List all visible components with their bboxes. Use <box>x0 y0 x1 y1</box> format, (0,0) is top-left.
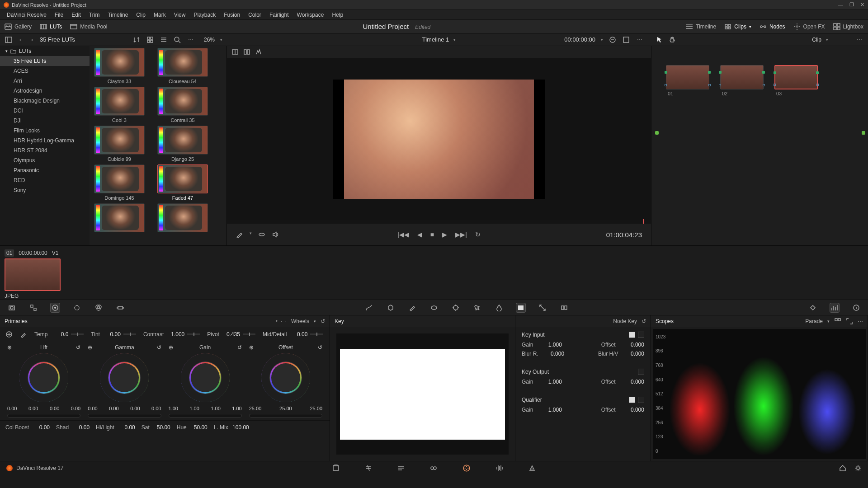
viewer-viewport[interactable] <box>227 58 651 220</box>
lut-thumbnail[interactable]: Clouseau 54 <box>156 48 210 84</box>
color-match-icon[interactable] <box>29 303 38 312</box>
list-view-icon[interactable] <box>160 36 168 44</box>
menu-color[interactable]: Color <box>244 12 265 18</box>
lut-thumbnail[interactable] <box>156 203 210 234</box>
adjust-shad[interactable]: Shad0.00 <box>56 424 90 431</box>
picker-icon[interactable] <box>20 331 27 338</box>
lut-thumbnail[interactable] <box>92 203 146 234</box>
lut-tree-item[interactable]: DJI <box>0 116 90 126</box>
window-maximize-button[interactable]: ❐ <box>849 2 854 8</box>
source-timecode[interactable]: 00:00:00:00 <box>564 36 595 43</box>
reset-icon[interactable]: ↺ <box>318 344 322 351</box>
reset-icon[interactable]: ↺ <box>321 318 325 324</box>
menu-view[interactable]: View <box>170 12 190 18</box>
timeline-name[interactable]: Timeline 1 <box>422 36 449 43</box>
adjust-hilight[interactable]: Hi/Light0.00 <box>96 424 135 431</box>
back-arrow-icon[interactable]: ‹ <box>16 36 24 44</box>
window-icon[interactable] <box>429 303 439 312</box>
lut-thumbnail[interactable]: Domingo 145 <box>92 164 146 201</box>
matte-checkbox[interactable] <box>629 332 635 338</box>
clip-thumbnail[interactable] <box>5 258 61 291</box>
wheel-picker-icon[interactable]: ⊕ <box>169 344 173 351</box>
page-fusion[interactable] <box>430 465 437 472</box>
menu-clip[interactable]: Clip <box>132 12 150 18</box>
color-wheel[interactable] <box>100 353 149 402</box>
menu-mark[interactable]: Mark <box>150 12 170 18</box>
page-fairlight[interactable] <box>496 465 503 472</box>
lut-thumbnail[interactable]: Clayton 33 <box>92 48 146 84</box>
lut-tree-item[interactable]: Film Looks <box>0 126 90 136</box>
adjust-lmix[interactable]: L. Mix100.00 <box>214 424 249 431</box>
adjust-contrast[interactable]: Contrast1.000 <box>143 331 200 338</box>
hand-tool-icon[interactable] <box>668 36 676 44</box>
key-preview[interactable] <box>336 333 509 455</box>
expand-icon[interactable] <box>846 318 853 325</box>
key-icon[interactable] <box>516 303 525 312</box>
wheel-picker-icon[interactable]: ⊕ <box>7 344 12 351</box>
lut-thumbnail[interactable]: Cobi 3 <box>92 87 146 123</box>
clips-toggle[interactable]: Clips ▾ <box>724 23 751 30</box>
menu-playback[interactable]: Playback <box>189 12 220 18</box>
corrector-node[interactable]: 02 <box>720 65 764 96</box>
lut-tree-item[interactable]: Sony <box>0 185 90 195</box>
window-minimize-button[interactable]: — <box>838 2 843 8</box>
lut-tree-item[interactable]: HDR ST 2084 <box>0 145 90 155</box>
lut-tree-item[interactable]: HDR Hybrid Log-Gamma <box>0 136 90 145</box>
window-close-button[interactable]: ✕ <box>860 2 864 8</box>
chevron-down-icon[interactable]: ▾ <box>314 319 316 324</box>
timeline-toggle[interactable]: Timeline <box>686 23 716 30</box>
3d-icon[interactable] <box>560 303 569 312</box>
corrector-node[interactable]: 03 <box>774 65 818 96</box>
menu-edit[interactable]: Edit <box>67 12 85 18</box>
adjust-colboost[interactable]: Col Boost0.00 <box>5 424 50 431</box>
lut-tree-item[interactable]: DCI <box>0 106 90 116</box>
menu-timeline[interactable]: Timeline <box>104 12 132 18</box>
openfx-toggle[interactable]: Open FX <box>793 23 825 30</box>
media-pool-toggle[interactable]: Media Pool <box>70 23 107 30</box>
play-button[interactable]: ▶ <box>442 231 447 238</box>
node-mode-label[interactable]: Clip <box>812 37 821 43</box>
lut-thumbnail[interactable]: Django 25 <box>156 126 210 162</box>
blur-icon[interactable] <box>495 303 504 312</box>
camera-raw-icon[interactable] <box>7 303 16 312</box>
menu-trim[interactable]: Trim <box>85 12 104 18</box>
wheel-picker-icon[interactable]: ⊕ <box>88 344 92 351</box>
record-timecode[interactable]: 01:00:04:23 <box>606 231 642 239</box>
primaries-icon[interactable] <box>51 303 60 312</box>
reset-icon[interactable]: ↺ <box>237 344 242 351</box>
lut-thumbnail[interactable]: Contrail 35 <box>156 87 210 123</box>
motion-effects-icon[interactable] <box>116 303 125 312</box>
page-deliver[interactable] <box>528 465 536 472</box>
more-options-icon[interactable]: ⋯ <box>636 36 644 44</box>
lut-tree-item[interactable]: ACES <box>0 66 90 76</box>
master-wheel-slider[interactable] <box>249 414 322 418</box>
lut-tree-item[interactable]: Astrodesign <box>0 86 90 96</box>
matte-checkbox[interactable] <box>629 397 635 403</box>
adjust-hue[interactable]: Hue50.00 <box>177 424 208 431</box>
lut-thumbnail[interactable]: Faded 47 <box>156 164 210 201</box>
page-color[interactable] <box>462 464 471 472</box>
node-more-options-icon[interactable]: ⋯ <box>855 36 863 44</box>
page-media[interactable] <box>332 465 340 472</box>
menu-davinci-resolve[interactable]: DaVinci Resolve <box>3 12 51 18</box>
pointer-tool-icon[interactable] <box>656 36 664 44</box>
lut-tree-item[interactable]: Olympus <box>0 155 90 165</box>
hdr-icon[interactable] <box>72 303 81 312</box>
invert-checkbox[interactable] <box>638 332 644 338</box>
color-warper-icon[interactable] <box>386 303 395 312</box>
menu-fusion[interactable]: Fusion <box>220 12 244 18</box>
menu-help[interactable]: Help <box>328 12 347 18</box>
menu-workspace[interactable]: Workspace <box>293 12 328 18</box>
corrector-node[interactable]: 01 <box>666 65 709 96</box>
more-options-icon[interactable]: ⋯ <box>858 318 863 324</box>
menu-fairlight[interactable]: Fairlight <box>265 12 293 18</box>
lut-tree-item[interactable]: Panasonic <box>0 165 90 175</box>
info-icon[interactable] <box>852 303 861 312</box>
adjust-temp[interactable]: Temp0.0 <box>34 331 84 338</box>
reset-icon[interactable]: ↺ <box>642 318 646 324</box>
adjust-pivot[interactable]: Pivot0.435 <box>207 331 255 338</box>
adjust-tint[interactable]: Tint0.00 <box>91 331 136 338</box>
tracker-icon[interactable] <box>451 303 460 312</box>
lut-thumbnail[interactable]: Cubicle 99 <box>92 126 146 162</box>
reset-icon[interactable]: ↺ <box>76 344 80 351</box>
